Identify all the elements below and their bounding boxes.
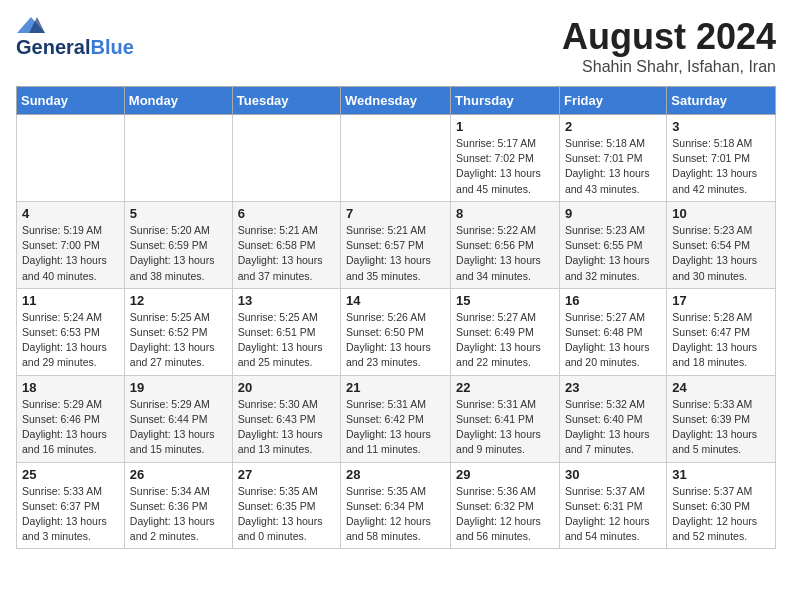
day-number: 12 xyxy=(130,293,227,308)
day-info: Sunrise: 5:25 AM Sunset: 6:52 PM Dayligh… xyxy=(130,310,227,371)
day-number: 5 xyxy=(130,206,227,221)
day-cell: 22Sunrise: 5:31 AM Sunset: 6:41 PM Dayli… xyxy=(451,375,560,462)
day-info: Sunrise: 5:26 AM Sunset: 6:50 PM Dayligh… xyxy=(346,310,445,371)
day-info: Sunrise: 5:17 AM Sunset: 7:02 PM Dayligh… xyxy=(456,136,554,197)
header-thursday: Thursday xyxy=(451,87,560,115)
day-cell: 19Sunrise: 5:29 AM Sunset: 6:44 PM Dayli… xyxy=(124,375,232,462)
day-cell: 16Sunrise: 5:27 AM Sunset: 6:48 PM Dayli… xyxy=(559,288,666,375)
day-cell: 25Sunrise: 5:33 AM Sunset: 6:37 PM Dayli… xyxy=(17,462,125,549)
day-cell: 9Sunrise: 5:23 AM Sunset: 6:55 PM Daylig… xyxy=(559,201,666,288)
location: Shahin Shahr, Isfahan, Iran xyxy=(562,58,776,76)
day-number: 23 xyxy=(565,380,661,395)
day-cell: 20Sunrise: 5:30 AM Sunset: 6:43 PM Dayli… xyxy=(232,375,340,462)
day-info: Sunrise: 5:18 AM Sunset: 7:01 PM Dayligh… xyxy=(565,136,661,197)
day-info: Sunrise: 5:35 AM Sunset: 6:34 PM Dayligh… xyxy=(346,484,445,545)
day-cell: 11Sunrise: 5:24 AM Sunset: 6:53 PM Dayli… xyxy=(17,288,125,375)
day-cell: 29Sunrise: 5:36 AM Sunset: 6:32 PM Dayli… xyxy=(451,462,560,549)
header-tuesday: Tuesday xyxy=(232,87,340,115)
logo-general: General xyxy=(16,36,90,59)
day-info: Sunrise: 5:21 AM Sunset: 6:58 PM Dayligh… xyxy=(238,223,335,284)
day-cell: 30Sunrise: 5:37 AM Sunset: 6:31 PM Dayli… xyxy=(559,462,666,549)
day-number: 21 xyxy=(346,380,445,395)
day-info: Sunrise: 5:34 AM Sunset: 6:36 PM Dayligh… xyxy=(130,484,227,545)
day-number: 30 xyxy=(565,467,661,482)
day-cell: 6Sunrise: 5:21 AM Sunset: 6:58 PM Daylig… xyxy=(232,201,340,288)
day-number: 6 xyxy=(238,206,335,221)
day-cell: 8Sunrise: 5:22 AM Sunset: 6:56 PM Daylig… xyxy=(451,201,560,288)
day-cell: 13Sunrise: 5:25 AM Sunset: 6:51 PM Dayli… xyxy=(232,288,340,375)
header-wednesday: Wednesday xyxy=(341,87,451,115)
day-number: 25 xyxy=(22,467,119,482)
day-cell: 12Sunrise: 5:25 AM Sunset: 6:52 PM Dayli… xyxy=(124,288,232,375)
day-cell: 5Sunrise: 5:20 AM Sunset: 6:59 PM Daylig… xyxy=(124,201,232,288)
day-number: 14 xyxy=(346,293,445,308)
day-number: 11 xyxy=(22,293,119,308)
day-info: Sunrise: 5:29 AM Sunset: 6:46 PM Dayligh… xyxy=(22,397,119,458)
day-cell: 2Sunrise: 5:18 AM Sunset: 7:01 PM Daylig… xyxy=(559,115,666,202)
month-year: August 2024 xyxy=(562,16,776,58)
day-cell: 26Sunrise: 5:34 AM Sunset: 6:36 PM Dayli… xyxy=(124,462,232,549)
day-number: 7 xyxy=(346,206,445,221)
day-number: 16 xyxy=(565,293,661,308)
day-number: 28 xyxy=(346,467,445,482)
day-info: Sunrise: 5:19 AM Sunset: 7:00 PM Dayligh… xyxy=(22,223,119,284)
header-friday: Friday xyxy=(559,87,666,115)
day-number: 26 xyxy=(130,467,227,482)
day-info: Sunrise: 5:27 AM Sunset: 6:48 PM Dayligh… xyxy=(565,310,661,371)
day-cell: 10Sunrise: 5:23 AM Sunset: 6:54 PM Dayli… xyxy=(667,201,776,288)
week-row-1: 1Sunrise: 5:17 AM Sunset: 7:02 PM Daylig… xyxy=(17,115,776,202)
day-number: 1 xyxy=(456,119,554,134)
day-number: 3 xyxy=(672,119,770,134)
day-info: Sunrise: 5:27 AM Sunset: 6:49 PM Dayligh… xyxy=(456,310,554,371)
day-number: 2 xyxy=(565,119,661,134)
day-number: 18 xyxy=(22,380,119,395)
day-number: 29 xyxy=(456,467,554,482)
header-monday: Monday xyxy=(124,87,232,115)
day-cell: 4Sunrise: 5:19 AM Sunset: 7:00 PM Daylig… xyxy=(17,201,125,288)
day-cell: 28Sunrise: 5:35 AM Sunset: 6:34 PM Dayli… xyxy=(341,462,451,549)
day-info: Sunrise: 5:33 AM Sunset: 6:39 PM Dayligh… xyxy=(672,397,770,458)
header-saturday: Saturday xyxy=(667,87,776,115)
day-cell: 18Sunrise: 5:29 AM Sunset: 6:46 PM Dayli… xyxy=(17,375,125,462)
day-info: Sunrise: 5:28 AM Sunset: 6:47 PM Dayligh… xyxy=(672,310,770,371)
header-sunday: Sunday xyxy=(17,87,125,115)
day-cell: 27Sunrise: 5:35 AM Sunset: 6:35 PM Dayli… xyxy=(232,462,340,549)
day-cell: 17Sunrise: 5:28 AM Sunset: 6:47 PM Dayli… xyxy=(667,288,776,375)
logo: General Blue xyxy=(16,16,134,59)
day-cell: 3Sunrise: 5:18 AM Sunset: 7:01 PM Daylig… xyxy=(667,115,776,202)
day-number: 24 xyxy=(672,380,770,395)
day-info: Sunrise: 5:35 AM Sunset: 6:35 PM Dayligh… xyxy=(238,484,335,545)
day-number: 8 xyxy=(456,206,554,221)
day-number: 31 xyxy=(672,467,770,482)
day-cell: 21Sunrise: 5:31 AM Sunset: 6:42 PM Dayli… xyxy=(341,375,451,462)
day-cell: 15Sunrise: 5:27 AM Sunset: 6:49 PM Dayli… xyxy=(451,288,560,375)
day-info: Sunrise: 5:29 AM Sunset: 6:44 PM Dayligh… xyxy=(130,397,227,458)
day-info: Sunrise: 5:23 AM Sunset: 6:54 PM Dayligh… xyxy=(672,223,770,284)
day-info: Sunrise: 5:20 AM Sunset: 6:59 PM Dayligh… xyxy=(130,223,227,284)
day-number: 9 xyxy=(565,206,661,221)
day-number: 4 xyxy=(22,206,119,221)
day-cell: 23Sunrise: 5:32 AM Sunset: 6:40 PM Dayli… xyxy=(559,375,666,462)
day-cell: 31Sunrise: 5:37 AM Sunset: 6:30 PM Dayli… xyxy=(667,462,776,549)
day-cell: 14Sunrise: 5:26 AM Sunset: 6:50 PM Dayli… xyxy=(341,288,451,375)
day-info: Sunrise: 5:31 AM Sunset: 6:41 PM Dayligh… xyxy=(456,397,554,458)
day-cell xyxy=(341,115,451,202)
day-info: Sunrise: 5:21 AM Sunset: 6:57 PM Dayligh… xyxy=(346,223,445,284)
day-number: 22 xyxy=(456,380,554,395)
day-info: Sunrise: 5:36 AM Sunset: 6:32 PM Dayligh… xyxy=(456,484,554,545)
week-row-5: 25Sunrise: 5:33 AM Sunset: 6:37 PM Dayli… xyxy=(17,462,776,549)
day-info: Sunrise: 5:23 AM Sunset: 6:55 PM Dayligh… xyxy=(565,223,661,284)
day-number: 17 xyxy=(672,293,770,308)
week-row-3: 11Sunrise: 5:24 AM Sunset: 6:53 PM Dayli… xyxy=(17,288,776,375)
calendar-header-row: SundayMondayTuesdayWednesdayThursdayFrid… xyxy=(17,87,776,115)
day-number: 20 xyxy=(238,380,335,395)
day-cell xyxy=(232,115,340,202)
day-info: Sunrise: 5:30 AM Sunset: 6:43 PM Dayligh… xyxy=(238,397,335,458)
day-info: Sunrise: 5:37 AM Sunset: 6:30 PM Dayligh… xyxy=(672,484,770,545)
logo-blue: Blue xyxy=(90,36,133,59)
day-info: Sunrise: 5:22 AM Sunset: 6:56 PM Dayligh… xyxy=(456,223,554,284)
day-number: 27 xyxy=(238,467,335,482)
day-number: 10 xyxy=(672,206,770,221)
day-cell: 7Sunrise: 5:21 AM Sunset: 6:57 PM Daylig… xyxy=(341,201,451,288)
calendar-table: SundayMondayTuesdayWednesdayThursdayFrid… xyxy=(16,86,776,549)
